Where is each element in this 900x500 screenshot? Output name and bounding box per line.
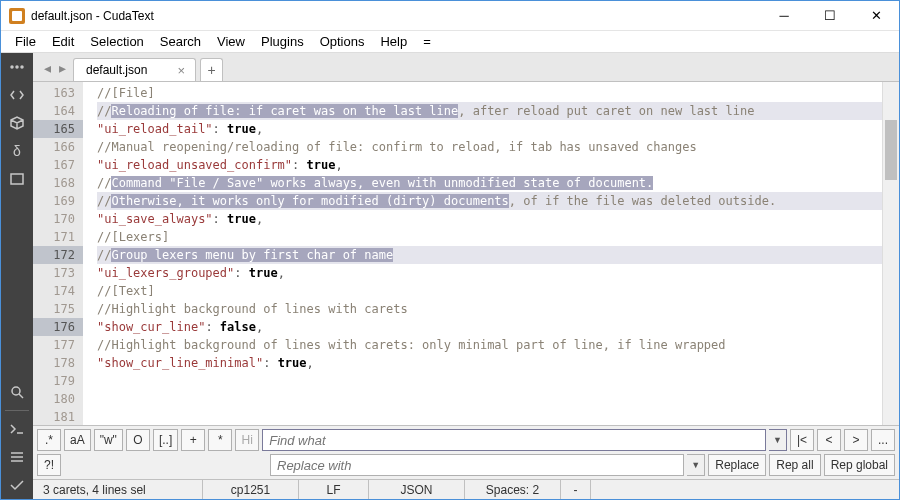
menu-search[interactable]: Search: [152, 32, 209, 51]
folder-icon[interactable]: [1, 165, 33, 193]
tab-next-icon[interactable]: ▸: [56, 58, 69, 78]
package-icon[interactable]: [1, 109, 33, 137]
scrollbar-thumb[interactable]: [885, 120, 897, 180]
replace-history-dropdown[interactable]: ▼: [687, 454, 705, 476]
svg-point-0: [11, 66, 13, 68]
search-icon[interactable]: [1, 378, 33, 406]
code-area[interactable]: //[File]//Reloading of file: if caret wa…: [83, 82, 882, 425]
find-opt-button[interactable]: "w": [94, 429, 123, 451]
menu-help[interactable]: Help: [372, 32, 415, 51]
find-opt-button[interactable]: [..]: [153, 429, 178, 451]
menu-selection[interactable]: Selection: [82, 32, 151, 51]
status-empty: [591, 480, 899, 499]
find-opt-button[interactable]: *: [208, 429, 232, 451]
list-icon[interactable]: [1, 443, 33, 471]
tab-default-json[interactable]: default.json ×: [73, 58, 196, 81]
menu-view[interactable]: View: [209, 32, 253, 51]
menu-options[interactable]: Options: [312, 32, 373, 51]
menu-icon[interactable]: [1, 53, 33, 81]
status-selection: 3 carets, 4 lines sel: [33, 480, 203, 499]
status-indent[interactable]: Spaces: 2: [465, 480, 561, 499]
find-opt-button[interactable]: .*: [37, 429, 61, 451]
statusbar: 3 carets, 4 lines sel cp1251 LF JSON Spa…: [33, 479, 899, 499]
find-panel: .*aA"w"O[..]+* Hi ▼ |<<>... ?! ▼ Replace…: [33, 425, 899, 479]
status-lexer[interactable]: JSON: [369, 480, 465, 499]
find-nav-button[interactable]: <: [817, 429, 841, 451]
tab-close-icon[interactable]: ×: [175, 63, 187, 78]
find-opt-button[interactable]: O: [126, 429, 150, 451]
menubar: FileEditSelectionSearchViewPluginsOption…: [1, 31, 899, 53]
minimize-button[interactable]: ─: [761, 1, 807, 31]
menu-=[interactable]: =: [415, 32, 439, 51]
check-icon[interactable]: [1, 471, 33, 499]
replace-action-button[interactable]: Rep all: [769, 454, 820, 476]
find-opt-button[interactable]: aA: [64, 429, 91, 451]
tab-label: default.json: [86, 63, 147, 77]
tab-add-button[interactable]: +: [200, 58, 223, 81]
status-encoding[interactable]: cp1251: [203, 480, 299, 499]
find-extra-button[interactable]: ?!: [37, 454, 61, 476]
maximize-button[interactable]: ☐: [807, 1, 853, 31]
replace-input[interactable]: [270, 454, 684, 476]
find-nav-button[interactable]: |<: [790, 429, 814, 451]
find-nav-button[interactable]: ...: [871, 429, 895, 451]
find-opt-button[interactable]: +: [181, 429, 205, 451]
vertical-scrollbar[interactable]: [882, 82, 899, 425]
svg-point-4: [12, 387, 20, 395]
menu-plugins[interactable]: Plugins: [253, 32, 312, 51]
tabbar: ◂ ▸ default.json × +: [33, 53, 899, 81]
svg-point-2: [21, 66, 23, 68]
svg-rect-3: [11, 174, 23, 184]
terminal-icon[interactable]: [1, 415, 33, 443]
editor[interactable]: 1631641651661671681691701711721731741751…: [33, 81, 899, 425]
highlight-toggle[interactable]: Hi: [235, 429, 259, 451]
sidebar: δ: [1, 53, 33, 499]
titlebar: default.json - CudaText ─ ☐ ✕: [1, 1, 899, 31]
status-tail: -: [561, 480, 591, 499]
replace-action-button[interactable]: Replace: [708, 454, 766, 476]
find-nav-button[interactable]: >: [844, 429, 868, 451]
find-history-dropdown[interactable]: ▼: [769, 429, 787, 451]
svg-point-1: [16, 66, 18, 68]
menu-file[interactable]: File: [7, 32, 44, 51]
close-button[interactable]: ✕: [853, 1, 899, 31]
replace-action-button[interactable]: Rep global: [824, 454, 895, 476]
status-eol[interactable]: LF: [299, 480, 369, 499]
diff-icon[interactable]: δ: [1, 137, 33, 165]
gutter: 1631641651661671681691701711721731741751…: [33, 82, 83, 425]
tab-prev-icon[interactable]: ◂: [41, 58, 54, 78]
window-title: default.json - CudaText: [31, 9, 761, 23]
app-icon: [9, 8, 25, 24]
code-icon[interactable]: [1, 81, 33, 109]
find-input[interactable]: [262, 429, 766, 451]
menu-edit[interactable]: Edit: [44, 32, 82, 51]
